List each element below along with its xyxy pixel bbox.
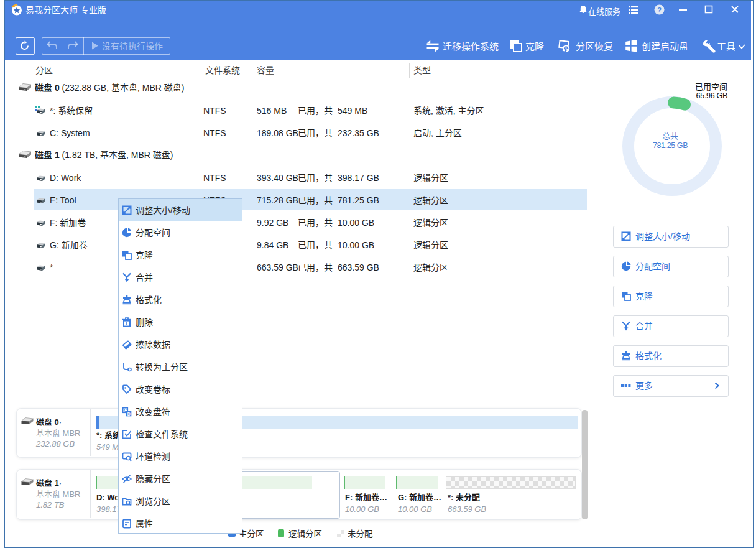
svg-text:?: ?	[657, 6, 662, 14]
svg-text:D: D	[127, 412, 131, 416]
